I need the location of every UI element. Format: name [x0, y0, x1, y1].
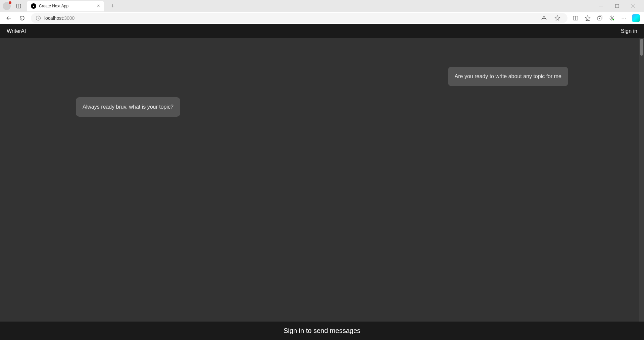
svg-point-18	[624, 18, 624, 18]
svg-point-19	[625, 18, 626, 18]
profile-icon[interactable]	[3, 2, 11, 10]
svg-point-17	[622, 18, 623, 18]
app-header: WriterAI Sign in	[0, 24, 644, 38]
url-text: localhost:3000	[44, 15, 75, 21]
performance-icon[interactable]	[608, 14, 616, 22]
chat-area: Are you ready to write about any topic f…	[0, 38, 644, 322]
site-info-icon[interactable]	[36, 15, 41, 21]
browser-tab[interactable]: Create Next App ×	[27, 1, 104, 11]
scrollbar-thumb[interactable]	[640, 39, 643, 56]
message-text: Are you ready to write about any topic f…	[455, 73, 561, 79]
maximize-button[interactable]	[610, 1, 624, 11]
url-bar[interactable]: localhost:3000	[31, 13, 567, 23]
svg-rect-3	[615, 4, 619, 8]
minimize-button[interactable]	[594, 1, 608, 11]
message-text: Always ready bruv. what is your topic?	[83, 104, 174, 110]
read-aloud-icon[interactable]	[540, 14, 548, 22]
back-button[interactable]	[4, 13, 13, 23]
tab-favicon-icon	[31, 3, 36, 9]
favorite-icon[interactable]	[553, 14, 561, 22]
tab-title: Create Next App	[39, 4, 94, 8]
url-host: localhost	[44, 15, 63, 21]
tab-bar: Create Next App × +	[0, 0, 644, 12]
copilot-icon[interactable]	[632, 14, 640, 22]
tab-close-icon[interactable]: ×	[97, 3, 100, 9]
svg-point-15	[611, 17, 613, 19]
sign-in-button[interactable]: Sign in	[621, 28, 637, 34]
svg-rect-0	[17, 4, 21, 8]
favorites-bar-icon[interactable]	[584, 14, 592, 22]
chat-message-assistant: Always ready bruv. what is your topic?	[76, 97, 180, 117]
browser-chrome: Create Next App × +	[0, 0, 644, 24]
more-icon[interactable]	[620, 14, 628, 22]
address-bar: localhost:3000	[0, 12, 644, 24]
svg-point-16	[612, 19, 614, 20]
refresh-button[interactable]	[17, 13, 27, 23]
window-controls	[594, 1, 644, 11]
url-port: :3000	[63, 15, 75, 21]
svg-point-7	[38, 17, 39, 17]
collections-icon[interactable]	[596, 14, 604, 22]
close-button[interactable]	[627, 1, 640, 11]
scrollbar-track[interactable]	[639, 38, 644, 322]
tab-actions-icon[interactable]	[15, 2, 23, 10]
app-container: WriterAI Sign in Are you ready to write …	[0, 24, 644, 340]
chat-message-user: Are you ready to write about any topic f…	[448, 67, 568, 86]
footer-prompt[interactable]: Sign in to send messages	[284, 327, 360, 335]
app-footer: Sign in to send messages	[0, 322, 644, 340]
app-logo[interactable]: WriterAI	[7, 28, 26, 34]
new-tab-button[interactable]: +	[108, 1, 117, 11]
split-screen-icon[interactable]	[572, 14, 580, 22]
